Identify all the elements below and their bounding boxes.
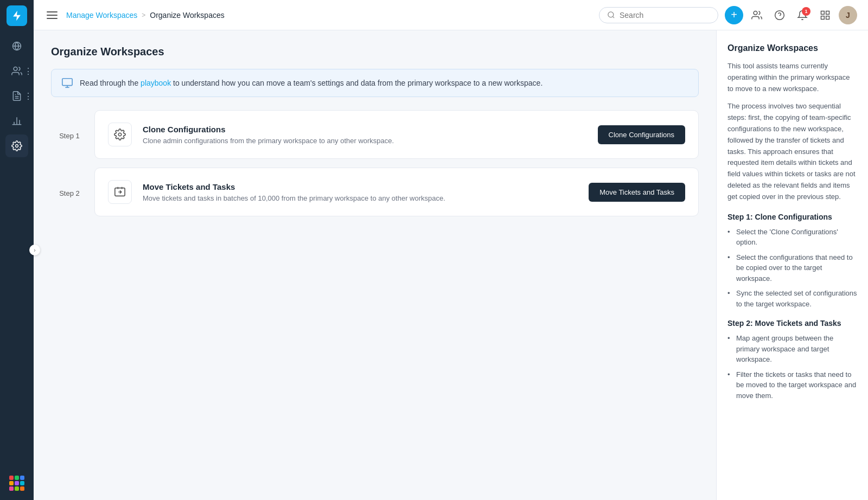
right-panel-intro-2: The process involves two sequential step… [727,101,857,202]
clone-configurations-icon [114,129,126,140]
right-panel-step1-bullet-2: Select the configurations that need to b… [727,252,857,284]
step-1-wrapper: Step 1 Clone Configurations Clone admin … [51,110,699,159]
right-panel-step1-bullet-3: Sync the selected set of configurations … [727,288,857,309]
svg-rect-16 [826,11,829,14]
info-banner: Read through the playbook to understand … [51,69,699,97]
svg-point-9 [16,145,18,148]
page-title: Organize Workspaces [51,46,699,58]
info-banner-icon [61,77,73,89]
step-2-card: Move Tickets and Tasks Move tickets and … [94,168,699,216]
notification-icon-button[interactable]: 1 [793,6,812,24]
breadcrumb: Manage Workspaces > Organize Workspaces [66,11,225,20]
svg-point-10 [608,12,614,17]
info-banner-text: Read through the playbook to understand … [80,79,542,87]
step-1-description: Clone admin configurations from the prim… [143,137,587,145]
search-box[interactable] [599,7,718,23]
right-panel-intro-1: This tool assists teams currently operat… [727,61,857,94]
svg-rect-15 [821,11,825,14]
breadcrumb-separator: > [142,11,145,19]
breadcrumb-manage-workspaces[interactable]: Manage Workspaces [66,11,137,20]
sidebar-item-users-wrapper: ⋮ [0,60,34,82]
right-panel-step2-list: Map agent groups between the primary wor… [727,333,857,401]
content-area: Organize Workspaces Read through the pla… [34,30,868,500]
sidebar-navigation: ⋮ ⋮ [0,35,34,157]
right-panel-step1-title: Step 1: Clone Configurations [727,213,857,221]
menu-toggle-button[interactable] [44,8,60,23]
sidebar-item-users-dots[interactable]: ⋮ [24,67,33,75]
add-button[interactable]: + [725,6,743,24]
breadcrumb-current: Organize Workspaces [150,11,224,20]
playbook-link[interactable]: playbook [141,79,171,87]
step-2-icon-box [108,180,132,204]
move-tickets-tasks-button[interactable]: Move Tickets and Tasks [589,183,685,202]
sidebar-item-chart[interactable] [5,110,28,132]
step-1-name: Clone Configurations [143,125,587,134]
svg-point-1 [14,67,17,71]
sidebar: ⋮ ⋮ [0,0,34,500]
svg-point-12 [754,11,757,15]
sidebar-item-docs-wrapper: ⋮ [0,85,34,107]
main-wrapper: Manage Workspaces > Organize Workspaces … [34,0,868,500]
team-icon-button[interactable] [748,6,766,24]
help-icon-button[interactable] [770,6,789,24]
step-1-icon-box [108,123,132,146]
right-panel-step2-title: Step 2: Move Tickets and Tasks [727,319,857,328]
clone-configurations-button[interactable]: Clone Configurations [598,125,685,144]
user-avatar[interactable]: J [839,6,857,24]
topnav: Manage Workspaces > Organize Workspaces … [34,0,868,30]
step-2-label: Step 2 [51,168,94,216]
step-1-card: Clone Configurations Clone admin configu… [94,110,699,159]
colorful-grid-icon [9,476,24,491]
sidebar-item-grid[interactable] [5,472,28,495]
sidebar-item-globe[interactable] [5,35,28,57]
svg-rect-17 [826,16,829,19]
right-panel-step2-bullet-2: Filter the tickets or tasks that need to… [727,369,857,401]
search-input[interactable] [620,11,706,20]
step-2-info: Move Tickets and Tasks Move tickets and … [143,182,578,202]
svg-rect-18 [821,16,825,19]
search-icon [607,11,615,19]
sidebar-logo[interactable] [7,5,27,26]
main-content: Organize Workspaces Read through the pla… [34,30,716,500]
right-panel-step1-list: Select the 'Clone Configurations' option… [727,227,857,310]
right-panel-step1-bullet-1: Select the 'Clone Configurations' option… [727,227,857,248]
sidebar-bottom [5,472,28,495]
svg-point-22 [118,133,122,136]
step-1-label: Step 1 [51,110,94,159]
sidebar-item-settings[interactable] [5,134,28,157]
workspace-icon-button[interactable] [816,6,834,24]
step-1-info: Clone Configurations Clone admin configu… [143,125,587,145]
right-panel-title: Organize Workspaces [727,43,857,53]
sidebar-item-docs-dots[interactable]: ⋮ [24,92,33,100]
step-2-name: Move Tickets and Tasks [143,182,578,191]
topnav-actions: + 1 [725,6,857,24]
step-2-description: Move tickets and tasks in batches of 10,… [143,194,578,202]
svg-line-11 [612,16,614,18]
step-2-wrapper: Step 2 Move Tickets and Tasks Move ticke… [51,168,699,216]
sidebar-collapse-button[interactable]: › [29,245,40,255]
svg-point-13 [775,10,784,20]
right-panel: Organize Workspaces This tool assists te… [716,30,868,500]
notification-badge: 1 [802,7,810,16]
right-panel-step2-bullet-1: Map agent groups between the primary wor… [727,333,857,365]
move-tickets-icon [114,186,126,198]
svg-rect-19 [62,79,72,86]
